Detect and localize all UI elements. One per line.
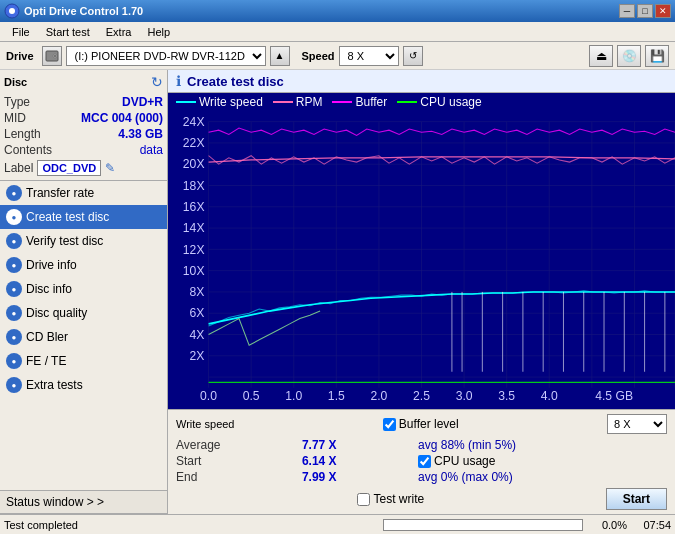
drive-refresh-btn[interactable]: ▲	[270, 46, 290, 66]
status-window-button[interactable]: Status window > >	[0, 491, 167, 514]
app-icon	[4, 3, 20, 19]
minimize-button[interactable]: ─	[619, 4, 635, 18]
disc-section: Disc ↻ Type DVD+R MID MCC 004 (000) Leng…	[0, 70, 167, 181]
legend-color-write-speed	[176, 101, 196, 103]
status-footer: Test completed 0.0% 07:54	[0, 514, 675, 534]
start-label: Start	[176, 454, 290, 468]
menu-help[interactable]: Help	[139, 24, 178, 40]
nav-icon-disc-quality: ●	[6, 305, 22, 321]
progress-bar-container	[383, 519, 583, 531]
cpu-usage-check[interactable]: CPU usage	[418, 454, 667, 468]
nav-label-drive-info: Drive info	[26, 258, 77, 272]
save-button[interactable]: 💾	[645, 45, 669, 67]
start-button[interactable]: Start	[606, 488, 667, 510]
disc-label-edit-icon[interactable]: ✎	[105, 161, 115, 175]
speed-label: Speed	[302, 50, 335, 62]
disc-label-label: Label	[4, 161, 33, 175]
svg-text:4.5 GB: 4.5 GB	[595, 389, 633, 403]
svg-point-4	[54, 55, 56, 57]
nav-label-create-test-disc: Create test disc	[26, 210, 109, 224]
nav-transfer-rate[interactable]: ● Transfer rate	[0, 181, 167, 205]
buffer-level-checkbox[interactable]	[383, 418, 396, 431]
status-text: Test completed	[4, 519, 379, 531]
svg-text:3.5: 3.5	[498, 389, 515, 403]
nav-label-verify-test-disc: Verify test disc	[26, 234, 103, 248]
drive-icon-btn[interactable]	[42, 46, 62, 66]
nav-verify-test-disc[interactable]: ● Verify test disc	[0, 229, 167, 253]
nav-label-fe-te: FE / TE	[26, 354, 66, 368]
nav-extra-tests[interactable]: ● Extra tests	[0, 373, 167, 397]
legend-write-speed: Write speed	[176, 95, 263, 109]
svg-text:20X: 20X	[183, 157, 205, 171]
menu-start-test[interactable]: Start test	[38, 24, 98, 40]
close-button[interactable]: ✕	[655, 4, 671, 18]
chart-title: Create test disc	[187, 74, 284, 89]
nav-icon-verify-test-disc: ●	[6, 233, 22, 249]
menu-file[interactable]: File	[4, 24, 38, 40]
nav-cd-bler[interactable]: ● CD Bler	[0, 325, 167, 349]
disc-refresh-icon[interactable]: ↻	[151, 74, 163, 90]
end-desc: avg 0% (max 0%)	[418, 470, 585, 484]
speed-combo: 8 X	[607, 414, 667, 434]
svg-text:3.0: 3.0	[456, 389, 473, 403]
svg-text:2.5: 2.5	[413, 389, 430, 403]
drive-select[interactable]: (I:) PIONEER DVD-RW DVR-112D BC14	[66, 46, 266, 66]
nav-label-disc-quality: Disc quality	[26, 306, 87, 320]
sidebar-bottom: Status window > >	[0, 490, 167, 514]
nav-fe-te[interactable]: ● FE / TE	[0, 349, 167, 373]
menu-extra[interactable]: Extra	[98, 24, 140, 40]
nav-disc-info[interactable]: ● Disc info	[0, 277, 167, 301]
legend-cpu-usage: CPU usage	[397, 95, 481, 109]
average-value: 7.77 X	[302, 438, 406, 452]
svg-text:16X: 16X	[183, 200, 205, 214]
svg-text:22X: 22X	[183, 136, 205, 150]
buffer-level-check[interactable]: Buffer level	[383, 417, 459, 431]
nav-label-extra-tests: Extra tests	[26, 378, 83, 392]
content-area: Disc ↻ Type DVD+R MID MCC 004 (000) Leng…	[0, 70, 675, 514]
nav-icon-cd-bler: ●	[6, 329, 22, 345]
nav-disc-quality[interactable]: ● Disc quality	[0, 301, 167, 325]
write-speed-dropdown[interactable]: 8 X	[607, 414, 667, 434]
disc-type-label: Type	[4, 95, 30, 109]
svg-text:1.0: 1.0	[285, 389, 302, 403]
average-desc: avg 88% (min 5%)	[418, 438, 585, 452]
buffer-level-label: Buffer level	[399, 417, 459, 431]
test-write-checkbox[interactable]	[357, 493, 370, 506]
nav-drive-info[interactable]: ● Drive info	[0, 253, 167, 277]
speed-select[interactable]: 8 X	[339, 46, 399, 66]
time-display: 07:54	[631, 519, 671, 531]
svg-text:0.0: 0.0	[200, 389, 217, 403]
test-write-label: Test write	[373, 492, 424, 506]
disc-contents-label: Contents	[4, 143, 52, 157]
cpu-usage-checkbox[interactable]	[418, 455, 431, 468]
write-speed-label: Write speed	[176, 418, 235, 430]
legend-label-cpu-usage: CPU usage	[420, 95, 481, 109]
speed-apply-btn[interactable]: ↺	[403, 46, 423, 66]
svg-text:12X: 12X	[183, 242, 205, 256]
start-value: 6.14 X	[302, 454, 406, 468]
progress-percent: 0.0%	[587, 519, 627, 531]
drive-label: Drive	[6, 50, 34, 62]
nav-items: ● Transfer rate ● Create test disc ● Ver…	[0, 181, 167, 490]
chart-header: ℹ Create test disc	[168, 70, 675, 93]
nav-icon-create-test-disc: ●	[6, 209, 22, 225]
legend-rpm: RPM	[273, 95, 323, 109]
disc-label-value: ODC_DVD	[37, 160, 101, 176]
controls-row2: Test write Start	[176, 488, 667, 510]
svg-text:10X: 10X	[183, 264, 205, 278]
svg-point-1	[9, 8, 15, 14]
average-label: Average	[176, 438, 290, 452]
nav-label-disc-info: Disc info	[26, 282, 72, 296]
legend-label-write-speed: Write speed	[199, 95, 263, 109]
disc-type-row: Type DVD+R	[4, 94, 163, 110]
right-panel: ℹ Create test disc Write speed RPM Buffe…	[168, 70, 675, 514]
disc-button[interactable]: 💿	[617, 45, 641, 67]
chart-header-icon: ℹ	[176, 73, 181, 89]
chart-svg: 24X 22X 20X 18X 16X 14X 12X 10X 8X 6X 4X…	[168, 111, 675, 409]
eject-button[interactable]: ⏏	[589, 45, 613, 67]
nav-create-test-disc[interactable]: ● Create test disc	[0, 205, 167, 229]
maximize-button[interactable]: □	[637, 4, 653, 18]
nav-icon-fe-te: ●	[6, 353, 22, 369]
test-write-check[interactable]: Test write	[357, 492, 424, 506]
controls-row1: Write speed Buffer level 8 X	[176, 414, 667, 434]
